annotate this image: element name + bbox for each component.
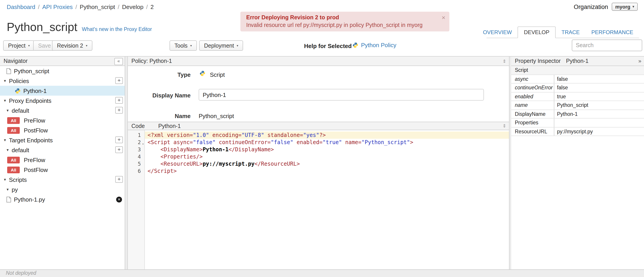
flow-condition-badge: All [7, 127, 20, 134]
panel-splitter[interactable] [510, 56, 511, 269]
tab-overview[interactable]: OVERVIEW [477, 27, 518, 38]
property-key: ResourceURL [511, 127, 554, 136]
property-inspector-subtitle: Python-1 [566, 58, 588, 64]
caret-down-icon[interactable]: ▾ [3, 98, 7, 103]
property-key: enabled [511, 92, 554, 101]
breadcrumb-item[interactable]: API Proxies [42, 4, 73, 10]
property-inspector-header: Property Inspector Python-1 » [511, 57, 644, 66]
caret-down-icon[interactable]: ▾ [6, 187, 10, 192]
property-value[interactable]: Python-1 [554, 110, 578, 118]
property-row: asyncfalse [511, 75, 644, 84]
nav-row-proxy-endpoints[interactable]: ▾Proxy Endpoints+ [0, 96, 125, 106]
error-banner: Error Deploying Revision 2 to prod Inval… [240, 12, 449, 32]
caret-down-icon[interactable]: ▾ [3, 79, 7, 83]
nav-row-label: Python-1 [23, 87, 47, 94]
organization-select[interactable]: myorg ▾ [612, 3, 638, 11]
project-button-label: Project [8, 43, 26, 49]
tab-trace[interactable]: TRACE [556, 27, 586, 38]
resize-vertical-icon[interactable]: ⇕ [502, 123, 506, 128]
whats-new-link[interactable]: What's new in the Proxy Editor [82, 27, 152, 32]
property-key: continueOnError [511, 84, 554, 92]
flow-condition-badge: All [7, 156, 20, 163]
property-value[interactable]: py://myscript.py [554, 127, 593, 136]
tab-develop[interactable]: DEVELOP [518, 27, 556, 38]
property-key: async [511, 75, 554, 83]
nav-row-default[interactable]: ▾default+ [0, 106, 125, 115]
navigator-header: Navigator « [0, 57, 125, 66]
code-file-name: Python-1 [158, 123, 181, 129]
python-icon [15, 88, 21, 94]
code-line[interactable]: <ResourceURL>py://myscript.py</ResourceU… [145, 160, 509, 167]
property-value[interactable]: true [554, 92, 566, 101]
nav-row-scripts[interactable]: ▾Scripts+ [0, 175, 125, 184]
deployment-button-label: Deployment [204, 43, 234, 49]
breadcrumb-item[interactable]: Dashboard [7, 4, 35, 10]
type-value: Script [210, 71, 225, 78]
caret-down-icon[interactable]: ▾ [3, 177, 7, 182]
add-button[interactable]: + [115, 136, 123, 143]
add-button[interactable]: + [115, 176, 123, 183]
code-editor[interactable]: 12▾3456 <?xml version="1.0" encoding="UT… [128, 130, 509, 269]
revision-button[interactable]: Revision 2 ▾ [52, 40, 92, 51]
tools-button[interactable]: Tools ▾ [170, 40, 197, 51]
breadcrumb: Dashboard/API Proxies/Python_script/Deve… [7, 4, 154, 10]
nav-row-python-script[interactable]: Python_script [0, 66, 125, 76]
property-section-label: Script [515, 68, 528, 73]
python-policy-help-link[interactable]: Python Policy [352, 42, 396, 49]
property-value[interactable]: false [554, 84, 568, 92]
project-button[interactable]: Project ▾ [3, 40, 35, 51]
chevron-down-icon: ▾ [28, 44, 30, 47]
search-input[interactable] [572, 40, 642, 51]
collapse-left-icon[interactable]: « [114, 58, 123, 65]
breadcrumb-item: 2 [150, 4, 154, 10]
display-name-input[interactable] [199, 89, 484, 101]
nav-row-preflow[interactable]: AllPreFlow [0, 155, 125, 165]
organization-value: myorg [615, 4, 630, 10]
nav-row-postflow[interactable]: AllPostFlow [0, 125, 125, 135]
policy-panel-title: Policy: Python-1 [132, 58, 172, 64]
line-number: 3 [128, 146, 144, 153]
property-value[interactable] [554, 119, 557, 127]
code-line[interactable]: <?xml version="1.0" encoding="UTF-8" sta… [145, 132, 509, 139]
nav-row-preflow[interactable]: AllPreFlow [0, 115, 125, 125]
chevron-down-icon: ▾ [632, 5, 634, 9]
nav-row-label: PostFlow [24, 166, 48, 173]
deployment-button[interactable]: Deployment ▾ [199, 40, 243, 51]
nav-row-python-1-py[interactable]: Python-1.py✕ [0, 194, 125, 204]
code-line[interactable]: <DisplayName>Python-1</DisplayName> [145, 146, 509, 153]
panel-splitter[interactable] [125, 56, 127, 269]
delete-icon[interactable]: ✕ [116, 196, 122, 202]
policy-panel-header: Policy: Python-1 ⇕ [128, 57, 509, 66]
close-icon[interactable]: × [442, 14, 445, 21]
nav-row-py[interactable]: ▾py [0, 184, 125, 194]
python-policy-link-label: Python Policy [361, 42, 396, 49]
nav-row-default[interactable]: ▾default+ [0, 145, 125, 155]
add-button[interactable]: + [115, 77, 123, 84]
add-button[interactable]: + [115, 97, 123, 104]
caret-down-icon[interactable]: ▾ [3, 138, 7, 142]
add-button[interactable]: + [115, 107, 123, 114]
property-value[interactable]: false [554, 75, 568, 83]
caret-down-icon[interactable]: ▾ [6, 148, 10, 152]
nav-row-policies[interactable]: ▾Policies+ [0, 76, 125, 86]
property-section-row: Script [511, 66, 644, 75]
resize-vertical-icon[interactable]: ⇕ [502, 59, 506, 64]
code-line[interactable]: <Properties/> [145, 153, 509, 160]
code-line[interactable]: <Script async="false" continueOnError="f… [145, 139, 509, 146]
code-line[interactable]: </Script> [145, 167, 509, 175]
proxy-editor-page: Dashboard/API Proxies/Python_script/Deve… [0, 0, 644, 277]
tab-performance[interactable]: PERFORMANCE [586, 27, 639, 38]
property-key: DisplayName [511, 110, 554, 118]
error-banner-message: Invalid resource url ref py://myscript.p… [246, 22, 438, 28]
caret-down-icon[interactable]: ▾ [6, 108, 10, 113]
expand-right-icon[interactable]: » [638, 58, 641, 64]
property-row: continueOnErrorfalse [511, 84, 644, 92]
add-button[interactable]: + [115, 146, 123, 153]
nav-row-target-endpoints[interactable]: ▾Target Endpoints+ [0, 135, 125, 145]
python-icon [352, 42, 358, 48]
breadcrumb-separator: / [38, 4, 40, 10]
help-for-selected-label: Help for Selected [304, 43, 352, 49]
property-value[interactable]: Python_script [554, 101, 588, 109]
nav-row-postflow[interactable]: AllPostFlow [0, 165, 125, 175]
nav-row-python-1[interactable]: Python-1 [0, 86, 125, 96]
